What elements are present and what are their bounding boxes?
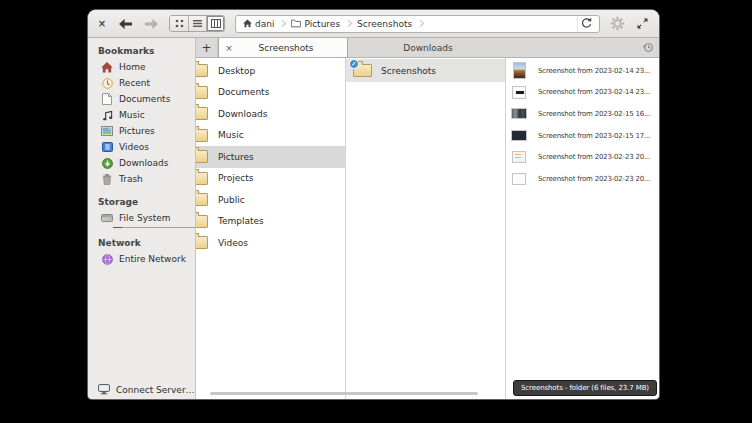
sidebar-item-label: Pictures — [119, 126, 155, 136]
file-row[interactable]: Screenshot from 2023-02-23 20... — [506, 146, 659, 168]
reload-icon — [581, 18, 592, 29]
tab-bar: + × Screenshots Downloads — [196, 38, 659, 58]
settings-button[interactable] — [606, 15, 628, 33]
file-row[interactable]: Screenshot from 2023-02-14 23... — [506, 60, 659, 82]
sidebar-item-videos[interactable]: Videos — [88, 139, 195, 155]
downloads-icon — [101, 157, 113, 169]
sidebar-item-downloads[interactable]: Downloads — [88, 155, 195, 171]
folder-icon — [196, 129, 208, 142]
sidebar-item-label: Music — [119, 110, 145, 120]
sidebar-item-label: Home — [119, 62, 146, 72]
file-name: Screenshot from 2023-02-15 16... — [538, 110, 650, 118]
folder-row-documents[interactable]: Documents — [196, 82, 345, 104]
breadcrumb-label: Pictures — [304, 19, 340, 29]
recent-icon — [101, 77, 113, 89]
new-tab-button[interactable]: + — [196, 38, 218, 57]
file-name: Screenshot from 2023-02-15 17... — [538, 132, 650, 140]
sidebar-item-music[interactable]: Music — [88, 107, 195, 123]
fullscreen-button[interactable] — [632, 15, 652, 33]
folder-row-projects[interactable]: Projects — [196, 168, 345, 190]
toolbar: × — [88, 10, 659, 38]
sidebar: Bookmarks Home Recent — [88, 38, 196, 399]
sidebar-item-entire-network[interactable]: Entire Network — [88, 251, 195, 267]
chevron-right-icon — [417, 20, 424, 27]
file-row[interactable]: Screenshot from 2023-02-15 17... — [506, 125, 659, 147]
sidebar-item-recent[interactable]: Recent — [88, 75, 195, 91]
music-icon — [101, 109, 113, 121]
sidebar-item-label: Entire Network — [119, 254, 186, 264]
breadcrumb-pictures[interactable]: Pictures — [291, 19, 340, 29]
folder-row-templates[interactable]: Templates — [196, 211, 345, 233]
folder-label: Desktop — [218, 66, 255, 76]
sidebar-item-trash[interactable]: Trash — [88, 171, 195, 187]
folder-label: Screenshots — [381, 66, 436, 76]
expand-arrows-icon — [637, 18, 648, 29]
file-row[interactable]: Screenshot from 2023-02-23 20... — [506, 168, 659, 190]
sidebar-item-label: Documents — [119, 94, 170, 104]
gear-icon — [610, 16, 625, 31]
image-thumbnail — [512, 151, 526, 163]
breadcrumb-home[interactable]: dani — [243, 19, 274, 29]
folder-label: Projects — [218, 173, 253, 183]
horizontal-scrollbar[interactable] — [210, 392, 478, 395]
folder-row-videos[interactable]: Videos — [196, 232, 345, 254]
image-thumbnail — [511, 130, 527, 141]
folder-row-pictures[interactable]: Pictures — [196, 146, 345, 168]
reload-button[interactable] — [577, 16, 595, 32]
folder-row-screenshots[interactable]: ✓ Screenshots — [346, 59, 505, 82]
sidebar-item-label: Recent — [119, 78, 150, 88]
image-thumbnail — [513, 62, 526, 79]
sidebar-item-label: Downloads — [119, 158, 168, 168]
videos-icon — [101, 141, 113, 153]
column-view-button[interactable] — [206, 16, 224, 31]
disk-usage-bar — [113, 227, 195, 228]
folder-row-music[interactable]: Music — [196, 125, 345, 147]
file-name: Screenshot from 2023-02-23 20... — [538, 153, 650, 161]
selected-check-badge-icon: ✓ — [349, 59, 359, 69]
folder-icon — [291, 19, 301, 28]
column-files: Screenshot from 2023-02-14 23... Screens… — [506, 58, 659, 399]
folder-row-downloads[interactable]: Downloads — [196, 103, 345, 125]
folder-icon: ✓ — [353, 64, 372, 77]
file-row[interactable]: Screenshot from 2023-02-14 23... — [506, 82, 659, 104]
folder-icon — [196, 172, 208, 185]
sidebar-header-bookmarks: Bookmarks — [88, 43, 195, 59]
view-switcher — [169, 15, 225, 32]
pictures-icon — [101, 125, 113, 137]
desktop-background: × — [0, 0, 752, 423]
folder-row-public[interactable]: Public — [196, 189, 345, 211]
breadcrumb-screenshots[interactable]: Screenshots — [357, 19, 412, 29]
home-icon — [101, 61, 113, 73]
chevron-right-icon — [279, 20, 286, 27]
window-close-button[interactable]: × — [95, 15, 109, 33]
sidebar-item-documents[interactable]: Documents — [88, 91, 195, 107]
home-icon — [243, 19, 252, 28]
sidebar-item-file-system[interactable]: File System — [88, 210, 195, 226]
breadcrumb[interactable]: dani Pictures Screenshots — [235, 15, 600, 33]
network-icon — [101, 253, 113, 265]
chevron-right-icon — [345, 20, 352, 27]
sidebar-item-pictures[interactable]: Pictures — [88, 123, 195, 139]
sidebar-header-storage: Storage — [88, 194, 195, 210]
tab-downloads[interactable]: Downloads — [348, 38, 508, 57]
grid-view-button[interactable] — [170, 16, 188, 31]
back-button[interactable] — [115, 15, 135, 33]
status-tooltip: Screenshots - folder (6 files, 23.7 MB) — [513, 380, 657, 396]
history-button[interactable] — [637, 38, 659, 57]
sidebar-item-home[interactable]: Home — [88, 59, 195, 75]
folder-label: Downloads — [218, 109, 267, 119]
connect-server-button[interactable]: Connect Server… — [88, 380, 195, 399]
folder-icon — [196, 215, 208, 228]
folder-label: Music — [218, 130, 244, 140]
folder-row-desktop[interactable]: Desktop — [196, 60, 345, 82]
file-row[interactable]: Screenshot from 2023-02-15 16... — [506, 103, 659, 125]
folder-icon — [196, 193, 208, 206]
forward-button[interactable] — [141, 15, 161, 33]
tab-close-icon[interactable]: × — [219, 43, 239, 53]
folder-icon — [196, 150, 208, 163]
list-view-button[interactable] — [188, 16, 206, 31]
folder-icon — [196, 64, 208, 77]
folder-label: Pictures — [218, 152, 254, 162]
tab-screenshots[interactable]: × Screenshots — [218, 38, 348, 57]
folder-label: Templates — [218, 216, 264, 226]
